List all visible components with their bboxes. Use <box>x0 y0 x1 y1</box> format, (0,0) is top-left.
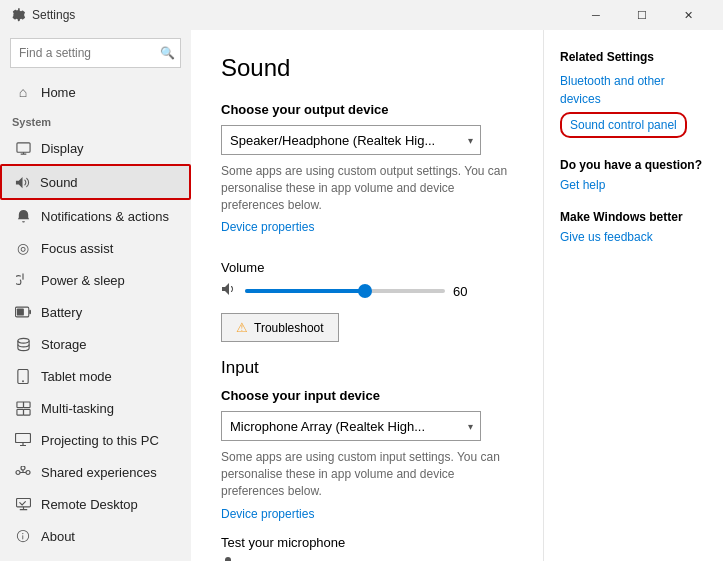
sidebar-item-storage[interactable]: Storage <box>0 328 191 360</box>
input-device-select[interactable]: Microphone Array (Realtek High... <box>221 411 481 441</box>
sidebar-item-home[interactable]: ⌂ Home <box>0 76 191 108</box>
multitasking-icon <box>15 400 31 416</box>
input-description: Some apps are using custom input setting… <box>221 449 513 499</box>
sidebar-item-label: Notifications & actions <box>41 209 169 224</box>
close-button[interactable]: ✕ <box>665 0 711 30</box>
svg-rect-11 <box>16 434 31 443</box>
feedback-link[interactable]: Give us feedback <box>560 228 707 246</box>
projecting-icon <box>15 432 31 448</box>
svg-rect-9 <box>16 409 23 415</box>
sidebar-item-label: Multi-tasking <box>41 401 114 416</box>
sidebar-item-display[interactable]: Display <box>0 132 191 164</box>
svg-rect-15 <box>16 498 30 506</box>
svg-point-14 <box>21 466 25 470</box>
volume-slider[interactable] <box>245 281 445 301</box>
svg-rect-16 <box>225 557 231 561</box>
focus-icon: ◎ <box>15 240 31 256</box>
output-device-properties-link[interactable]: Device properties <box>221 220 314 234</box>
sidebar-item-remote[interactable]: Remote Desktop <box>0 488 191 520</box>
sidebar-item-label: Remote Desktop <box>41 497 138 512</box>
warning-icon: ⚠ <box>236 320 248 335</box>
mic-test-label: Test your microphone <box>221 535 513 550</box>
minimize-button[interactable]: ─ <box>573 0 619 30</box>
input-device-wrapper[interactable]: Microphone Array (Realtek High... ▾ <box>221 411 481 441</box>
home-icon: ⌂ <box>15 84 31 100</box>
sidebar-item-label: Sound <box>40 175 78 190</box>
svg-rect-10 <box>23 409 30 415</box>
sidebar-item-label: Battery <box>41 305 82 320</box>
sidebar-item-multitasking[interactable]: Multi-tasking <box>0 392 191 424</box>
output-troubleshoot-label: Troubleshoot <box>254 321 324 335</box>
sidebar-item-focus[interactable]: ◎ Focus assist <box>0 232 191 264</box>
remote-icon <box>15 496 31 512</box>
sidebar-item-sound[interactable]: Sound <box>0 164 191 200</box>
output-device-select[interactable]: Speaker/Headphone (Realtek Hig... <box>221 125 481 155</box>
shared-icon <box>15 464 31 480</box>
input-section-title: Input <box>221 358 513 378</box>
search-box[interactable]: 🔍 <box>10 38 181 68</box>
get-help-link[interactable]: Get help <box>560 176 707 194</box>
output-label: Choose your output device <box>221 102 513 117</box>
svg-rect-3 <box>17 308 24 315</box>
svg-rect-0 <box>16 142 29 151</box>
storage-icon <box>15 336 31 352</box>
tablet-icon <box>15 368 31 384</box>
search-icon: 🔍 <box>160 46 175 60</box>
sidebar-item-label: Shared experiences <box>41 465 157 480</box>
sidebar-item-label: About <box>41 529 75 544</box>
sidebar-item-label: Projecting to this PC <box>41 433 159 448</box>
related-settings-panel: Related Settings Bluetooth and other dev… <box>543 30 723 561</box>
bluetooth-link[interactable]: Bluetooth and other devices <box>560 72 707 108</box>
make-windows-better-title: Make Windows better <box>560 210 707 224</box>
volume-label: Volume <box>221 260 513 275</box>
sidebar: 🔍 ⌂ Home System Display Sound N <box>0 30 191 561</box>
main-content: Sound Choose your output device Speaker/… <box>191 30 543 561</box>
notifications-icon <box>15 208 31 224</box>
sidebar-item-label: Home <box>41 85 76 100</box>
sidebar-item-label: Tablet mode <box>41 369 112 384</box>
power-icon <box>15 272 31 288</box>
sound-icon <box>14 174 30 190</box>
svg-rect-8 <box>23 401 30 407</box>
input-device-properties-link[interactable]: Device properties <box>221 507 314 521</box>
sidebar-item-power[interactable]: Power & sleep <box>0 264 191 296</box>
sidebar-item-label: Storage <box>41 337 87 352</box>
display-icon <box>15 140 31 156</box>
sidebar-item-label: Display <box>41 141 84 156</box>
system-label: System <box>0 108 191 132</box>
settings-icon <box>12 8 26 22</box>
page-title: Sound <box>221 54 513 82</box>
output-description: Some apps are using custom output settin… <box>221 163 513 213</box>
output-troubleshoot-button[interactable]: ⚠ Troubleshoot <box>221 313 339 342</box>
sidebar-item-about[interactable]: About <box>0 520 191 552</box>
sound-control-link[interactable]: Sound control panel <box>560 112 687 138</box>
svg-point-6 <box>22 380 24 382</box>
svg-rect-2 <box>29 310 31 314</box>
svg-rect-7 <box>16 401 23 407</box>
question-title: Do you have a question? <box>560 158 707 172</box>
sidebar-item-shared[interactable]: Shared experiences <box>0 456 191 488</box>
svg-point-13 <box>26 470 30 474</box>
related-settings-title: Related Settings <box>560 50 707 64</box>
mic-icon <box>221 556 235 561</box>
sidebar-item-label: Focus assist <box>41 241 113 256</box>
output-device-wrapper[interactable]: Speaker/Headphone (Realtek Hig... ▾ <box>221 125 481 155</box>
about-icon <box>15 528 31 544</box>
sidebar-item-label: Power & sleep <box>41 273 125 288</box>
sidebar-item-projecting[interactable]: Projecting to this PC <box>0 424 191 456</box>
sidebar-item-battery[interactable]: Battery <box>0 296 191 328</box>
search-input[interactable] <box>10 38 181 68</box>
svg-point-4 <box>17 338 28 343</box>
title-bar-text: Settings <box>32 8 75 22</box>
maximize-button[interactable]: ☐ <box>619 0 665 30</box>
sidebar-item-notifications[interactable]: Notifications & actions <box>0 200 191 232</box>
svg-point-12 <box>16 470 20 474</box>
input-label: Choose your input device <box>221 388 513 403</box>
battery-icon <box>15 304 31 320</box>
title-bar: Settings ─ ☐ ✕ <box>0 0 723 30</box>
sidebar-item-tablet[interactable]: Tablet mode <box>0 360 191 392</box>
volume-value: 60 <box>453 284 473 299</box>
volume-icon <box>221 281 237 301</box>
